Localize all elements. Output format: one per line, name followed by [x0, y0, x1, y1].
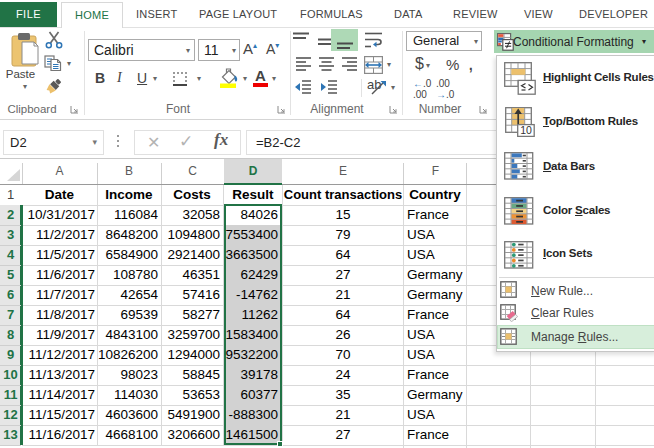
svg-text:10: 10: [520, 124, 532, 136]
